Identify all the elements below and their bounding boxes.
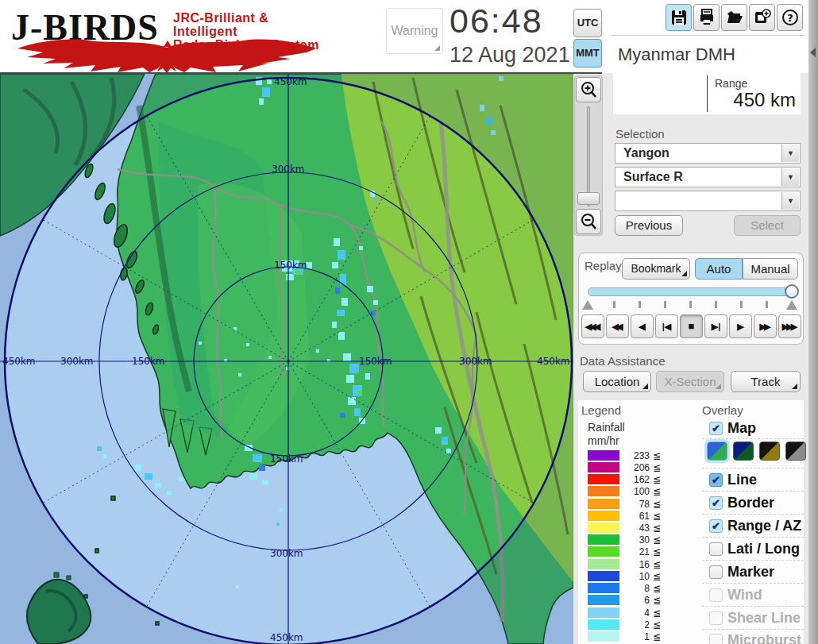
- overlay-item-wind: Wind: [702, 587, 804, 607]
- replay-slider-handle[interactable]: [785, 284, 799, 299]
- range-value: 450 km: [733, 89, 796, 111]
- legend-row: 233≦: [588, 450, 691, 461]
- svg-text:150km: 150km: [359, 356, 392, 367]
- svg-text:150km: 150km: [270, 453, 303, 465]
- checkbox-checked[interactable]: ✔: [709, 422, 723, 435]
- legend-swatch: [588, 474, 619, 484]
- sub-product-dropdown[interactable]: ▼: [615, 191, 801, 211]
- legend-row: 78≦: [588, 499, 691, 510]
- open-button[interactable]: [721, 4, 747, 31]
- legend-row: 6≦: [588, 595, 691, 606]
- play-reverse-button[interactable]: ◀: [631, 314, 654, 338]
- rewind-fast-button[interactable]: ◀◀◀: [581, 314, 604, 338]
- chevron-down-icon[interactable]: ▼: [781, 192, 799, 210]
- mmt-button[interactable]: MMT: [573, 39, 602, 67]
- overlay-item-marker[interactable]: Marker: [702, 564, 804, 584]
- legend-swatch: [588, 511, 619, 521]
- site-dropdown[interactable]: Yangon ▼: [615, 143, 801, 164]
- legend-swatch: [588, 619, 619, 630]
- manual-button[interactable]: Manual: [743, 258, 798, 280]
- radar-map-image[interactable]: 450km 300km 150km 150km 300km 450km 450k…: [0, 74, 573, 644]
- xsection-button[interactable]: X-Section: [656, 371, 724, 392]
- stop-button[interactable]: ■: [680, 314, 703, 338]
- print-icon: [698, 9, 716, 26]
- legend-row: 16≦: [588, 559, 691, 570]
- legend-row: 2≦: [588, 619, 691, 631]
- legend-swatch: [588, 523, 619, 533]
- data-assistance-label: Data Assistance: [580, 354, 666, 368]
- bookmark-button[interactable]: Bookmark: [622, 258, 690, 280]
- checkbox-checked[interactable]: ✔: [709, 519, 723, 533]
- zoom-out-icon: [580, 213, 597, 230]
- overlay-item-line[interactable]: ✔ Line: [702, 472, 804, 492]
- zoom-in-button[interactable]: [576, 77, 601, 102]
- svg-text:300km: 300km: [60, 356, 94, 367]
- clock-time: 06:48: [450, 2, 543, 40]
- replay-slider-track[interactable]: [588, 287, 793, 296]
- location-button[interactable]: Location: [583, 371, 651, 392]
- map-style-swatch-4[interactable]: [785, 442, 806, 461]
- add-image-button[interactable]: [749, 4, 775, 31]
- print-button[interactable]: [693, 4, 720, 31]
- panel-divider: [612, 35, 805, 36]
- save-button[interactable]: [666, 4, 692, 31]
- product-dropdown[interactable]: Surface R ▼: [615, 167, 801, 187]
- legend-swatch: [588, 462, 619, 472]
- clock-date: 12 Aug 2021: [450, 43, 570, 67]
- svg-text:150km: 150km: [274, 260, 307, 271]
- checkbox-disabled: [709, 634, 723, 644]
- play-button[interactable]: ▶: [729, 314, 752, 338]
- slider-tick: [689, 301, 692, 308]
- select-button[interactable]: Select: [734, 215, 801, 236]
- slider-tick: [613, 301, 615, 308]
- replay-label: Replay: [585, 259, 622, 272]
- chevron-down-icon[interactable]: ▼: [781, 168, 799, 186]
- checkbox-unchecked[interactable]: [709, 542, 723, 556]
- legend-row: 61≦: [588, 511, 691, 522]
- overlay-item-lati-long[interactable]: Lati / Long: [702, 541, 804, 561]
- utc-button[interactable]: UTC: [573, 9, 602, 37]
- overlay-item-microburst: Microburst: [702, 632, 804, 644]
- legend-swatch: [588, 499, 619, 509]
- previous-button[interactable]: Previous: [615, 215, 683, 236]
- checkbox-checked[interactable]: ✔: [709, 496, 723, 510]
- zoom-slider-handle[interactable]: [577, 192, 600, 205]
- track-button[interactable]: Track: [731, 371, 801, 392]
- legend-row: 162≦: [588, 474, 691, 485]
- rewind-button[interactable]: ◀◀: [606, 314, 629, 338]
- menu-corner-icon: [681, 271, 687, 276]
- checkbox-unchecked[interactable]: [709, 565, 723, 579]
- legend-swatch: [588, 559, 619, 569]
- add-image-icon: [754, 9, 771, 26]
- legend-title: Rainfall mm/hr: [588, 421, 625, 448]
- forward-button[interactable]: ▶▶: [754, 314, 777, 338]
- overlay-item-border[interactable]: ✔ Border: [702, 495, 804, 515]
- overlay-label: Overlay: [702, 403, 743, 417]
- svg-text:450km: 450km: [2, 356, 36, 367]
- site-dropdown-value: Yangon: [623, 146, 669, 160]
- panel-edge-strip: [808, 0, 818, 644]
- chevron-down-icon[interactable]: ▼: [781, 145, 799, 162]
- range-divider: [707, 75, 708, 112]
- forward-fast-button[interactable]: ▶▶▶: [778, 314, 801, 338]
- auto-button[interactable]: Auto: [695, 258, 743, 280]
- legend-row: 8≦: [588, 583, 691, 594]
- map-style-swatch-1[interactable]: [707, 442, 727, 461]
- warning-label: Warning: [392, 24, 438, 37]
- collapse-panel-icon[interactable]: [810, 48, 816, 57]
- warning-button[interactable]: Warning: [386, 8, 443, 54]
- svg-text:150km: 150km: [132, 356, 165, 367]
- step-back-button[interactable]: |◀: [655, 314, 678, 338]
- selection-label: Selection: [615, 127, 665, 141]
- step-forward-button[interactable]: ▶|: [704, 314, 727, 338]
- help-button[interactable]: ?: [777, 4, 803, 31]
- slider-tick: [740, 301, 743, 308]
- checkbox-checked[interactable]: ✔: [709, 473, 723, 487]
- svg-text:450km: 450km: [537, 356, 570, 367]
- map-style-swatch-2[interactable]: [733, 442, 754, 461]
- slider-start-marker[interactable]: [582, 300, 593, 310]
- map-style-swatch-3[interactable]: [759, 442, 780, 461]
- overlay-item-range-az[interactable]: ✔ Range / AZ: [702, 518, 804, 538]
- slider-end-marker[interactable]: [786, 300, 797, 310]
- zoom-out-button[interactable]: [576, 209, 601, 234]
